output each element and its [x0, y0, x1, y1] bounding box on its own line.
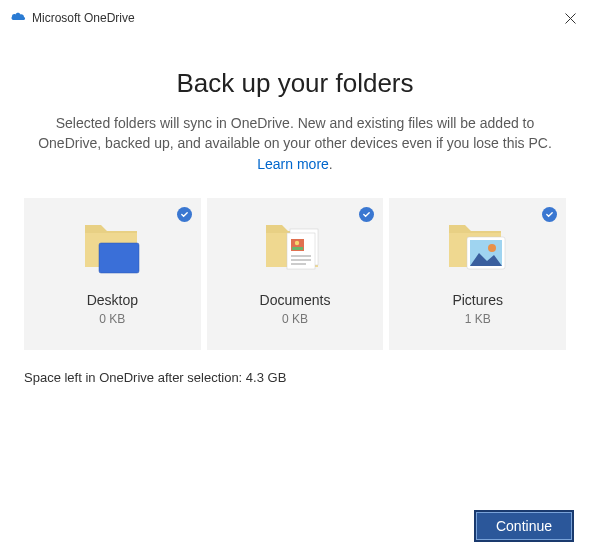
close-button[interactable] [560, 8, 580, 28]
folder-grid: Desktop 0 KB [24, 198, 566, 350]
folder-card-desktop[interactable]: Desktop 0 KB [24, 198, 201, 350]
folder-size: 1 KB [465, 312, 491, 326]
folder-name: Pictures [452, 292, 503, 308]
space-left-text: Space left in OneDrive after selection: … [0, 350, 590, 385]
desktop-icon [73, 212, 151, 286]
folder-name: Documents [260, 292, 331, 308]
continue-button[interactable]: Continue [474, 510, 574, 542]
pictures-icon [439, 212, 517, 286]
page-title: Back up your folders [24, 68, 566, 99]
footer: Continue [474, 510, 574, 542]
check-icon [542, 207, 557, 222]
svg-rect-2 [99, 243, 139, 273]
folder-name: Desktop [87, 292, 138, 308]
svg-point-8 [295, 241, 299, 245]
folder-size: 0 KB [99, 312, 125, 326]
documents-icon [256, 212, 334, 286]
content: Back up your folders Selected folders wi… [0, 34, 590, 350]
svg-point-14 [488, 244, 496, 252]
check-icon [177, 207, 192, 222]
description-text: Selected folders will sync in OneDrive. … [38, 115, 552, 151]
learn-more-link[interactable]: Learn more [257, 156, 329, 172]
onedrive-cloud-icon [10, 11, 26, 26]
check-icon [359, 207, 374, 222]
titlebar-left: Microsoft OneDrive [10, 11, 135, 26]
folder-card-documents[interactable]: Documents 0 KB [207, 198, 384, 350]
description: Selected folders will sync in OneDrive. … [28, 113, 562, 174]
folder-card-pictures[interactable]: Pictures 1 KB [389, 198, 566, 350]
titlebar: Microsoft OneDrive [0, 0, 590, 34]
svg-rect-7 [292, 247, 303, 250]
folder-size: 0 KB [282, 312, 308, 326]
app-name: Microsoft OneDrive [32, 11, 135, 25]
